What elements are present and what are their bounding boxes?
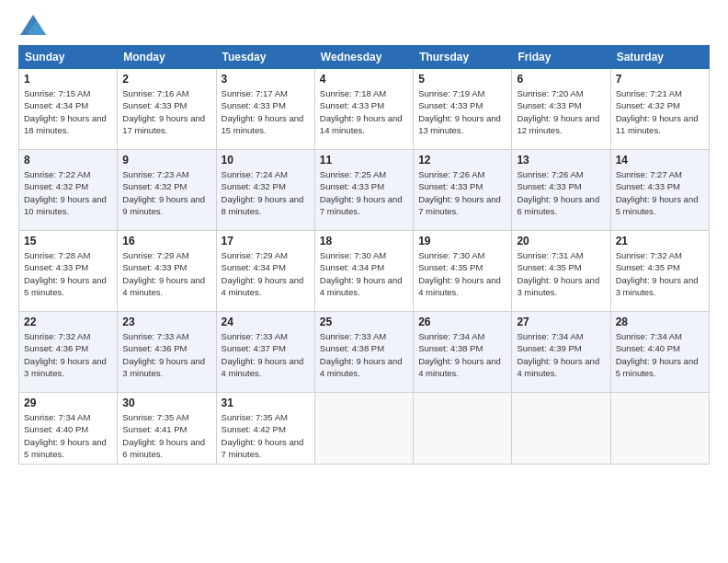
logo xyxy=(18,15,46,40)
weekday-header-thursday: Thursday xyxy=(414,46,512,69)
day-number: 15 xyxy=(24,235,112,247)
calendar-header-row: SundayMondayTuesdayWednesdayThursdayFrid… xyxy=(19,46,710,69)
day-number: 30 xyxy=(122,396,210,409)
calendar-cell xyxy=(414,393,512,465)
day-info: Sunrise: 7:25 AMSunset: 4:33 PMDaylight:… xyxy=(320,169,403,216)
day-info: Sunrise: 7:26 AMSunset: 4:33 PMDaylight:… xyxy=(517,169,599,216)
day-number: 3 xyxy=(222,73,310,86)
calendar-cell: 25 Sunrise: 7:33 AMSunset: 4:38 PMDaylig… xyxy=(314,312,413,393)
calendar-cell: 20 Sunrise: 7:31 AMSunset: 4:35 PMDaylig… xyxy=(512,231,610,312)
day-info: Sunrise: 7:35 AMSunset: 4:41 PMDaylight:… xyxy=(122,412,205,459)
calendar-week-3: 15 Sunrise: 7:28 AMSunset: 4:33 PMDaylig… xyxy=(19,231,710,312)
calendar-cell: 15 Sunrise: 7:28 AMSunset: 4:33 PMDaylig… xyxy=(19,231,118,312)
day-info: Sunrise: 7:29 AMSunset: 4:33 PMDaylight:… xyxy=(122,250,205,297)
day-info: Sunrise: 7:33 AMSunset: 4:37 PMDaylight:… xyxy=(222,331,304,378)
calendar-cell: 5 Sunrise: 7:19 AMSunset: 4:33 PMDayligh… xyxy=(414,69,512,150)
day-info: Sunrise: 7:30 AMSunset: 4:35 PMDaylight:… xyxy=(418,250,501,297)
day-number: 5 xyxy=(418,73,506,86)
calendar-week-2: 8 Sunrise: 7:22 AMSunset: 4:32 PMDayligh… xyxy=(19,150,710,231)
day-info: Sunrise: 7:30 AMSunset: 4:34 PMDaylight:… xyxy=(320,250,403,297)
calendar-cell: 19 Sunrise: 7:30 AMSunset: 4:35 PMDaylig… xyxy=(414,231,512,312)
day-number: 25 xyxy=(320,316,408,328)
day-info: Sunrise: 7:15 AMSunset: 4:34 PMDaylight:… xyxy=(24,88,107,135)
header xyxy=(18,15,710,40)
calendar-cell xyxy=(610,393,709,465)
day-number: 28 xyxy=(616,316,704,328)
calendar-cell: 7 Sunrise: 7:21 AMSunset: 4:32 PMDayligh… xyxy=(610,69,709,150)
day-number: 20 xyxy=(517,235,605,247)
day-info: Sunrise: 7:19 AMSunset: 4:33 PMDaylight:… xyxy=(418,88,501,135)
calendar-cell: 16 Sunrise: 7:29 AMSunset: 4:33 PMDaylig… xyxy=(118,231,216,312)
calendar-cell: 10 Sunrise: 7:24 AMSunset: 4:32 PMDaylig… xyxy=(216,150,314,231)
day-number: 29 xyxy=(24,396,112,409)
calendar-cell: 17 Sunrise: 7:29 AMSunset: 4:34 PMDaylig… xyxy=(216,231,314,312)
calendar-cell: 23 Sunrise: 7:33 AMSunset: 4:36 PMDaylig… xyxy=(118,312,216,393)
day-info: Sunrise: 7:35 AMSunset: 4:42 PMDaylight:… xyxy=(222,412,304,459)
day-number: 8 xyxy=(24,154,112,167)
day-info: Sunrise: 7:34 AMSunset: 4:39 PMDaylight:… xyxy=(517,331,599,378)
calendar-cell: 27 Sunrise: 7:34 AMSunset: 4:39 PMDaylig… xyxy=(512,312,610,393)
day-number: 9 xyxy=(122,154,210,167)
day-info: Sunrise: 7:29 AMSunset: 4:34 PMDaylight:… xyxy=(222,250,304,297)
day-info: Sunrise: 7:32 AMSunset: 4:36 PMDaylight:… xyxy=(24,331,107,378)
calendar-cell: 22 Sunrise: 7:32 AMSunset: 4:36 PMDaylig… xyxy=(19,312,118,393)
day-number: 24 xyxy=(222,316,310,328)
calendar-cell: 13 Sunrise: 7:26 AMSunset: 4:33 PMDaylig… xyxy=(512,150,610,231)
calendar-cell: 26 Sunrise: 7:34 AMSunset: 4:38 PMDaylig… xyxy=(414,312,512,393)
day-info: Sunrise: 7:33 AMSunset: 4:38 PMDaylight:… xyxy=(320,331,403,378)
day-number: 16 xyxy=(122,235,210,247)
day-number: 18 xyxy=(320,235,408,247)
calendar-body: 1 Sunrise: 7:15 AMSunset: 4:34 PMDayligh… xyxy=(19,69,710,465)
day-info: Sunrise: 7:34 AMSunset: 4:40 PMDaylight:… xyxy=(24,412,107,459)
day-number: 7 xyxy=(616,73,704,86)
day-info: Sunrise: 7:22 AMSunset: 4:32 PMDaylight:… xyxy=(24,169,107,216)
day-number: 12 xyxy=(418,154,506,167)
logo-text xyxy=(18,15,46,40)
day-info: Sunrise: 7:27 AMSunset: 4:33 PMDaylight:… xyxy=(616,169,699,216)
day-info: Sunrise: 7:26 AMSunset: 4:33 PMDaylight:… xyxy=(418,169,501,216)
day-number: 17 xyxy=(222,235,310,247)
day-info: Sunrise: 7:24 AMSunset: 4:32 PMDaylight:… xyxy=(222,169,304,216)
calendar-cell: 12 Sunrise: 7:26 AMSunset: 4:33 PMDaylig… xyxy=(414,150,512,231)
day-info: Sunrise: 7:21 AMSunset: 4:32 PMDaylight:… xyxy=(616,88,699,135)
calendar-cell xyxy=(314,393,413,465)
day-number: 6 xyxy=(517,73,605,86)
day-number: 4 xyxy=(320,73,408,86)
calendar-cell xyxy=(512,393,610,465)
calendar-cell: 3 Sunrise: 7:17 AMSunset: 4:33 PMDayligh… xyxy=(216,69,314,150)
day-info: Sunrise: 7:32 AMSunset: 4:35 PMDaylight:… xyxy=(616,250,699,297)
calendar-week-1: 1 Sunrise: 7:15 AMSunset: 4:34 PMDayligh… xyxy=(19,69,710,150)
day-number: 1 xyxy=(24,73,112,86)
calendar-cell: 8 Sunrise: 7:22 AMSunset: 4:32 PMDayligh… xyxy=(19,150,118,231)
day-number: 2 xyxy=(122,73,210,86)
calendar-cell: 14 Sunrise: 7:27 AMSunset: 4:33 PMDaylig… xyxy=(610,150,709,231)
day-info: Sunrise: 7:33 AMSunset: 4:36 PMDaylight:… xyxy=(122,331,205,378)
day-info: Sunrise: 7:17 AMSunset: 4:33 PMDaylight:… xyxy=(222,88,304,135)
day-info: Sunrise: 7:34 AMSunset: 4:40 PMDaylight:… xyxy=(616,331,699,378)
day-number: 31 xyxy=(222,396,310,409)
day-number: 13 xyxy=(517,154,605,167)
weekday-header-saturday: Saturday xyxy=(610,46,709,69)
calendar-cell: 9 Sunrise: 7:23 AMSunset: 4:32 PMDayligh… xyxy=(118,150,216,231)
day-info: Sunrise: 7:34 AMSunset: 4:38 PMDaylight:… xyxy=(418,331,501,378)
calendar-cell: 6 Sunrise: 7:20 AMSunset: 4:33 PMDayligh… xyxy=(512,69,610,150)
calendar-cell: 31 Sunrise: 7:35 AMSunset: 4:42 PMDaylig… xyxy=(216,393,314,465)
day-number: 10 xyxy=(222,154,310,167)
calendar-cell: 24 Sunrise: 7:33 AMSunset: 4:37 PMDaylig… xyxy=(216,312,314,393)
day-info: Sunrise: 7:31 AMSunset: 4:35 PMDaylight:… xyxy=(517,250,599,297)
day-number: 26 xyxy=(418,316,506,328)
day-number: 27 xyxy=(517,316,605,328)
day-info: Sunrise: 7:18 AMSunset: 4:33 PMDaylight:… xyxy=(320,88,403,135)
calendar-cell: 18 Sunrise: 7:30 AMSunset: 4:34 PMDaylig… xyxy=(314,231,413,312)
calendar-table: SundayMondayTuesdayWednesdayThursdayFrid… xyxy=(18,45,710,465)
calendar-cell: 30 Sunrise: 7:35 AMSunset: 4:41 PMDaylig… xyxy=(118,393,216,465)
day-number: 19 xyxy=(418,235,506,247)
calendar-cell: 4 Sunrise: 7:18 AMSunset: 4:33 PMDayligh… xyxy=(314,69,413,150)
calendar-cell: 11 Sunrise: 7:25 AMSunset: 4:33 PMDaylig… xyxy=(314,150,413,231)
weekday-header-friday: Friday xyxy=(512,46,610,69)
calendar-cell: 1 Sunrise: 7:15 AMSunset: 4:34 PMDayligh… xyxy=(19,69,118,150)
calendar-cell: 29 Sunrise: 7:34 AMSunset: 4:40 PMDaylig… xyxy=(19,393,118,465)
calendar-week-4: 22 Sunrise: 7:32 AMSunset: 4:36 PMDaylig… xyxy=(19,312,710,393)
day-number: 21 xyxy=(616,235,704,247)
weekday-header-tuesday: Tuesday xyxy=(216,46,314,69)
